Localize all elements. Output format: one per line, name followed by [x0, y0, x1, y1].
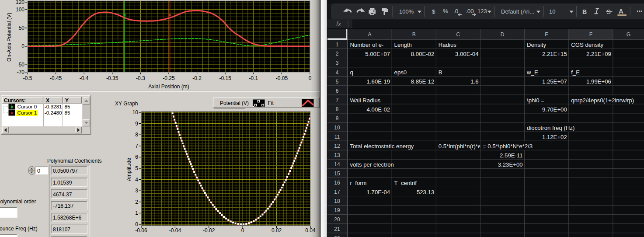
svg-text:r_form: r_form	[350, 180, 367, 186]
svg-text:-0.45: -0.45	[50, 75, 62, 81]
svg-text:100: 100	[16, 7, 24, 13]
svg-text:Number of e-: Number of e-	[350, 42, 384, 48]
svg-text:6: 6	[135, 154, 138, 160]
svg-text:C: C	[456, 31, 460, 38]
svg-text:4: 4	[336, 70, 339, 76]
svg-text:= 0.5*\phi0*N*e*2/3: = 0.5*\phi0*N*e*2/3	[483, 143, 533, 150]
svg-text:X: X	[46, 98, 49, 104]
svg-text:-0.15: -0.15	[219, 75, 232, 81]
svg-text:%: %	[443, 8, 448, 14]
svg-text:-0.06: -0.06	[135, 227, 147, 234]
svg-text:13: 13	[334, 152, 340, 158]
svg-text:A: A	[368, 31, 372, 38]
svg-text:-716.137: -716.137	[53, 203, 74, 209]
svg-text:-0.05: -0.05	[276, 75, 288, 81]
svg-text:$: $	[432, 8, 435, 15]
svg-text:3.23E+00: 3.23E+00	[498, 161, 523, 168]
svg-text:3: 3	[135, 188, 138, 194]
svg-text:-0.35: -0.35	[106, 75, 118, 81]
svg-text:Polynomial Coefficients: Polynomial Coefficients	[47, 158, 102, 164]
svg-text:Cursors:: Cursors:	[4, 98, 26, 104]
svg-text:5: 5	[135, 165, 138, 171]
svg-text:22: 22	[334, 235, 340, 237]
svg-text:21: 21	[334, 226, 340, 232]
svg-text:9: 9	[336, 115, 339, 122]
svg-text:1: 1	[336, 42, 339, 48]
svg-text:.00: .00	[466, 8, 474, 14]
svg-text:Default (Ari...: Default (Ari...	[501, 8, 534, 15]
svg-text:85: 85	[65, 104, 71, 109]
svg-text:9.70E+00: 9.70E+00	[542, 106, 567, 113]
svg-text:1.25E+07: 1.25E+07	[542, 78, 567, 85]
svg-text:B: B	[582, 8, 587, 15]
svg-text:-70: -70	[17, 69, 25, 75]
svg-text:Axial Position (m): Axial Position (m)	[148, 84, 189, 90]
svg-text:120: 120	[16, 0, 24, 5]
svg-text:1.99E+06: 1.99E+06	[586, 78, 611, 85]
svg-text:0: 0	[135, 221, 138, 227]
svg-text:Y: Y	[65, 98, 69, 104]
svg-text:18: 18	[334, 198, 340, 204]
svg-text:Fit: Fit	[268, 100, 274, 106]
svg-text:B: B	[412, 31, 416, 38]
svg-text:4.00E-02: 4.00E-02	[367, 106, 390, 113]
svg-text:20: 20	[334, 216, 340, 223]
svg-text:-0.02: -0.02	[203, 227, 215, 234]
svg-text:1.70E-04: 1.70E-04	[367, 189, 390, 195]
svg-text:8: 8	[135, 132, 138, 138]
svg-text:Polynomial order: Polynomial order	[0, 199, 36, 205]
svg-text:2.21E+09: 2.21E+09	[586, 51, 611, 57]
svg-text:Potential (V): Potential (V)	[220, 100, 249, 106]
svg-text:7: 7	[336, 97, 339, 103]
svg-text:q: q	[350, 69, 353, 76]
svg-text:Bounce Freq (Hz): Bounce Freq (Hz)	[0, 226, 38, 232]
svg-text:11: 11	[334, 134, 340, 140]
svg-text:0.02: 0.02	[272, 227, 282, 234]
svg-text:-0.3281: -0.3281	[45, 104, 62, 109]
svg-text:G: G	[627, 31, 630, 38]
svg-text:1.01539: 1.01539	[53, 180, 72, 186]
svg-text:123: 123	[477, 8, 487, 14]
svg-text:-0.4: -0.4	[80, 75, 89, 81]
svg-text:17: 17	[334, 189, 340, 195]
svg-text:-0.25: -0.25	[163, 75, 175, 81]
svg-text:5.00E+07: 5.00E+07	[365, 51, 390, 57]
svg-text:2.59E-11: 2.59E-11	[500, 152, 523, 159]
svg-text:100%: 100%	[399, 8, 414, 15]
svg-text:-0.5: -0.5	[23, 75, 32, 81]
svg-text:Cursor 1: Cursor 1	[17, 110, 37, 115]
svg-text:14: 14	[334, 161, 340, 167]
svg-text:19: 19	[334, 207, 340, 213]
svg-text:On-Axis Potential (V): On-Axis Potential (V)	[6, 13, 12, 62]
svg-text:4674.37: 4674.37	[53, 192, 72, 198]
svg-text:0.5*int(phi*n(r)*e): 0.5*int(phi*n(r)*e)	[439, 143, 483, 150]
svg-text:2.21E+15: 2.21E+15	[542, 51, 567, 57]
svg-text:3.00E-04: 3.00E-04	[455, 51, 479, 57]
svg-text:Amplitude: Amplitude	[126, 158, 132, 181]
svg-text:50: 50	[19, 25, 25, 31]
svg-text:10: 10	[132, 109, 139, 115]
svg-text:1.12E+02: 1.12E+02	[542, 134, 567, 140]
svg-text:f_E: f_E	[571, 69, 580, 76]
svg-text:3: 3	[336, 60, 339, 66]
svg-text:12: 12	[334, 143, 340, 149]
svg-text:0: 0	[241, 227, 244, 234]
svg-text:Length: Length	[394, 42, 412, 48]
svg-text:1.6: 1.6	[470, 78, 478, 85]
svg-text:-0.3: -0.3	[136, 75, 145, 81]
svg-text:XY Graph: XY Graph	[115, 101, 138, 107]
svg-text:diocotron freq (Hz): diocotron freq (Hz)	[527, 125, 574, 131]
svg-text:8.85E-12: 8.85E-12	[411, 78, 435, 85]
svg-text:.0: .0	[453, 8, 458, 14]
svg-text:85: 85	[65, 110, 71, 115]
svg-text:1.60E-19: 1.60E-19	[367, 78, 390, 85]
svg-text:T_centrif: T_centrif	[394, 180, 417, 186]
svg-text:qnrp2/4eps0(1+2lnrw/rp): qnrp2/4eps0(1+2lnrw/rp)	[571, 97, 634, 104]
svg-text:7: 7	[135, 143, 138, 149]
svg-text:523.13: 523.13	[417, 189, 434, 195]
svg-text:-0.2480: -0.2480	[45, 110, 62, 115]
svg-text:0.0500797: 0.0500797	[53, 168, 78, 174]
svg-text:4: 4	[135, 177, 138, 183]
svg-text:8.00E-02: 8.00E-02	[411, 51, 435, 57]
svg-text:Radius: Radius	[439, 42, 456, 48]
